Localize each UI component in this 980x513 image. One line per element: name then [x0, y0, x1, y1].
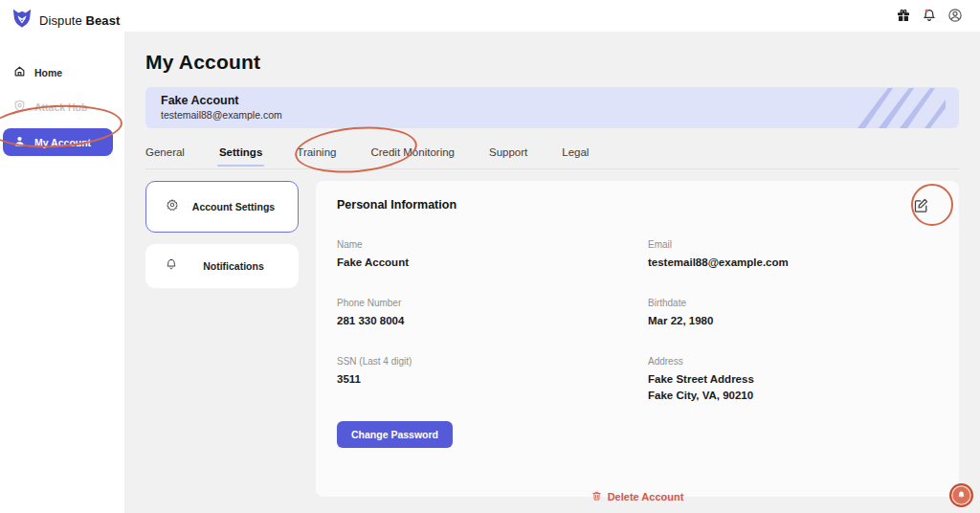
- shield-target-icon: [13, 100, 26, 114]
- personal-information-panel: Personal Information Name Fake Account: [316, 181, 959, 497]
- delete-account-label: Delete Account: [608, 491, 684, 502]
- field-value: Mar 22, 1980: [648, 313, 938, 330]
- tab-general[interactable]: General: [145, 146, 185, 158]
- sidebar-item-label: Attack Hub: [34, 101, 87, 113]
- personal-info-fields: Name Fake Account Email testemail88@exam…: [337, 239, 938, 405]
- brand-logo[interactable]: Dispute Beast: [0, 0, 124, 33]
- tab-credit-monitoring[interactable]: Credit Monitoring: [370, 146, 455, 158]
- tab-legal[interactable]: Legal: [562, 146, 589, 158]
- field-value: Fake Account: [337, 255, 648, 272]
- home-icon: [13, 65, 26, 79]
- header-icon-group: [896, 8, 963, 23]
- field-label: Phone Number: [337, 298, 648, 308]
- account-banner: Fake Account testemail88@example.com: [145, 87, 959, 128]
- sidebar-item-label: My Account: [34, 137, 91, 148]
- field-birthdate: Birthdate Mar 22, 1980: [648, 298, 938, 330]
- field-label: Birthdate: [648, 298, 938, 308]
- settings-nav-label: Account Settings: [179, 201, 288, 212]
- change-password-button[interactable]: Change Password: [337, 421, 453, 448]
- field-address: Address Fake Street Address Fake City, V…: [648, 356, 938, 406]
- sidebar-item-label: Home: [34, 67, 62, 78]
- gift-icon[interactable]: [896, 8, 911, 23]
- field-label: Address: [648, 356, 938, 367]
- top-header: [124, 0, 980, 32]
- sidebar: Dispute Beast Home Attack Hub: [0, 0, 124, 513]
- sidebar-item-home[interactable]: Home: [0, 59, 124, 85]
- sidebar-item-my-account[interactable]: My Account: [3, 128, 113, 156]
- floating-notification-bell[interactable]: [949, 483, 973, 507]
- field-value: 281 330 8004: [337, 313, 648, 330]
- sidebar-nav: Home Attack Hub My Account: [0, 59, 124, 156]
- gear-icon: [166, 198, 179, 215]
- tab-bar: General Settings Training Credit Monitor…: [145, 145, 959, 169]
- panel-header: Personal Information: [337, 195, 938, 214]
- settings-nav-label: Notifications: [178, 260, 289, 272]
- person-icon: [13, 135, 26, 149]
- claw-marks-decoration: [840, 87, 946, 128]
- settings-content: Account Settings Notifications Personal …: [145, 181, 959, 497]
- tab-support[interactable]: Support: [489, 146, 527, 158]
- field-label: Name: [337, 239, 648, 250]
- sidebar-item-attack-hub[interactable]: Attack Hub: [0, 94, 124, 120]
- field-phone-number: Phone Number 281 330 8004: [337, 298, 648, 330]
- wolf-logo-icon: [11, 8, 33, 33]
- settings-nav-account-settings[interactable]: Account Settings: [145, 181, 299, 233]
- account-name: Fake Account: [161, 94, 944, 107]
- account-circle-icon[interactable]: [947, 8, 963, 23]
- main-content: My Account Fake Account testemail88@exam…: [124, 32, 980, 513]
- field-name: Name Fake Account: [337, 239, 648, 272]
- field-label: Email: [648, 239, 938, 250]
- account-email: testemail88@example.com: [161, 109, 944, 121]
- delete-account-row: Delete Account: [337, 490, 938, 503]
- tab-training[interactable]: Training: [297, 146, 336, 158]
- field-value: testemail88@example.com: [648, 255, 938, 272]
- tab-settings[interactable]: Settings: [219, 146, 262, 158]
- panel-title: Personal Information: [337, 198, 457, 212]
- edit-icon[interactable]: [911, 195, 930, 214]
- trash-icon: [591, 490, 602, 503]
- page-title: My Account: [145, 51, 959, 74]
- field-label: SSN (Last 4 digit): [337, 356, 648, 367]
- app-window: Dispute Beast Home Attack Hub: [0, 0, 980, 513]
- field-ssn: SSN (Last 4 digit) 3511: [337, 356, 648, 406]
- field-email: Email testemail88@example.com: [648, 239, 938, 272]
- settings-nav-column: Account Settings Notifications: [145, 181, 299, 288]
- field-value: Fake Street Address Fake City, VA, 90210: [648, 371, 938, 406]
- notification-bell-icon[interactable]: [922, 8, 937, 23]
- brand-name: Dispute Beast: [39, 13, 120, 28]
- field-value: 3511: [337, 371, 648, 389]
- delete-account-link[interactable]: Delete Account: [591, 490, 684, 503]
- bell-icon: [165, 257, 178, 275]
- settings-nav-notifications[interactable]: Notifications: [145, 244, 299, 288]
